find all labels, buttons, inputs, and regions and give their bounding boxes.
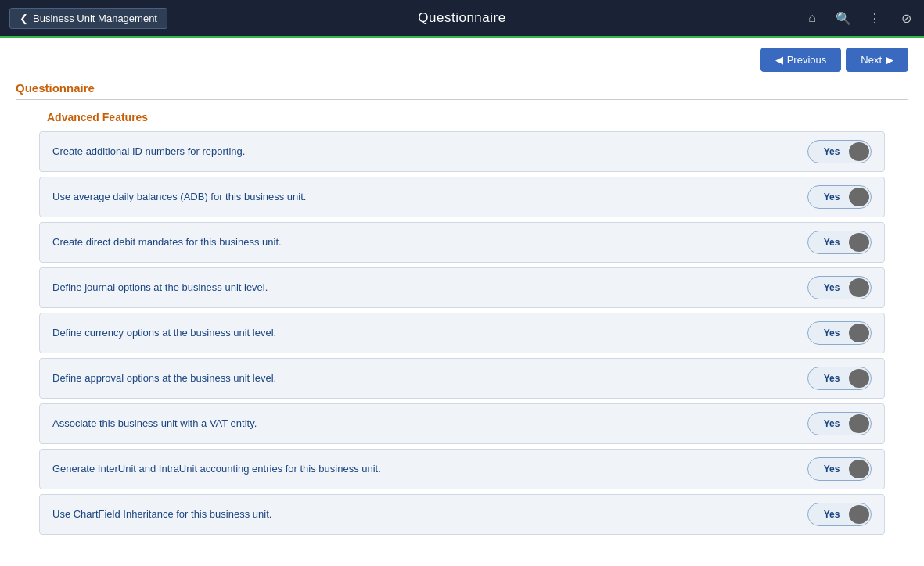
- previous-label: Previous: [787, 54, 827, 66]
- question-row: Use average daily balances (ADB) for thi…: [39, 177, 885, 217]
- toggle-label: Yes: [810, 282, 849, 293]
- more-vertical-icon[interactable]: ⋮: [866, 9, 883, 27]
- question-text: Generate InterUnit and IntraUnit account…: [52, 462, 807, 476]
- question-row: Generate InterUnit and IntraUnit account…: [39, 449, 885, 489]
- back-button[interactable]: ❮ Business Unit Management: [9, 8, 167, 29]
- next-label: Next: [861, 54, 882, 66]
- toggle-knob: [849, 233, 869, 252]
- question-text: Define currency options at the business …: [52, 326, 807, 340]
- toggle-label: Yes: [810, 373, 849, 384]
- question-row: Create additional ID numbers for reporti…: [39, 131, 885, 172]
- toggle-label: Yes: [810, 418, 849, 429]
- question-row: Use ChartField Inheritance for this busi…: [39, 494, 885, 535]
- toggle-switch[interactable]: Yes: [807, 185, 872, 209]
- question-text: Use ChartField Inheritance for this busi…: [52, 507, 807, 521]
- toggle-label: Yes: [810, 328, 849, 339]
- back-label: Business Unit Management: [33, 13, 157, 24]
- question-text: Associate this business unit with a VAT …: [52, 417, 807, 431]
- page-heading: Questionnaire: [16, 81, 908, 100]
- topbar-icons: ⌂ 🔍 ⋮ ⊘: [804, 9, 915, 27]
- home-icon[interactable]: ⌂: [804, 9, 821, 27]
- question-text: Create direct debit mandates for this bu…: [52, 235, 807, 249]
- toggle-knob: [849, 414, 869, 433]
- toggle-label: Yes: [810, 146, 849, 157]
- toggle-label: Yes: [810, 237, 849, 248]
- section-heading: Advanced Features: [47, 111, 908, 124]
- toggle-label: Yes: [810, 464, 849, 475]
- toggle-label: Yes: [810, 509, 849, 520]
- chevron-left-icon: ❮: [20, 13, 28, 24]
- nav-buttons: ◀ Previous Next ▶: [16, 48, 908, 72]
- toggle-knob: [849, 188, 869, 206]
- chevron-right-icon: ▶: [886, 54, 893, 66]
- toggle-switch[interactable]: Yes: [807, 412, 872, 435]
- toggle-knob: [849, 369, 869, 388]
- toggle-knob: [849, 505, 869, 524]
- chevron-left-icon: ◀: [775, 54, 783, 66]
- question-row: Define approval options at the business …: [39, 358, 885, 399]
- toggle-switch[interactable]: Yes: [807, 367, 872, 390]
- toggle-label: Yes: [810, 192, 849, 202]
- question-text: Define approval options at the business …: [52, 371, 807, 385]
- toggle-switch[interactable]: Yes: [807, 321, 872, 345]
- next-button[interactable]: Next ▶: [846, 48, 908, 72]
- question-row: Associate this business unit with a VAT …: [39, 403, 885, 444]
- toggle-switch[interactable]: Yes: [807, 140, 872, 163]
- toggle-knob: [849, 324, 869, 342]
- questions-container: Create additional ID numbers for reporti…: [39, 131, 885, 535]
- toggle-switch[interactable]: Yes: [807, 503, 872, 526]
- topbar: ❮ Business Unit Management Questionnaire…: [0, 0, 924, 36]
- main-content: ◀ Previous Next ▶ Questionnaire Advanced…: [0, 38, 924, 555]
- question-text: Create additional ID numbers for reporti…: [52, 145, 807, 159]
- toggle-knob: [849, 278, 869, 297]
- question-text: Define journal options at the business u…: [52, 281, 807, 295]
- question-text: Use average daily balances (ADB) for thi…: [52, 190, 807, 204]
- previous-button[interactable]: ◀ Previous: [760, 48, 842, 72]
- toggle-knob: [849, 460, 869, 478]
- toggle-switch[interactable]: Yes: [807, 231, 872, 254]
- toggle-knob: [849, 142, 869, 161]
- topbar-title: Questionnaire: [418, 10, 505, 26]
- toggle-switch[interactable]: Yes: [807, 457, 872, 481]
- question-row: Define journal options at the business u…: [39, 267, 885, 308]
- toggle-switch[interactable]: Yes: [807, 276, 872, 299]
- question-row: Create direct debit mandates for this bu…: [39, 222, 885, 263]
- search-icon[interactable]: 🔍: [835, 9, 852, 27]
- question-row: Define currency options at the business …: [39, 313, 885, 353]
- cancel-icon[interactable]: ⊘: [897, 9, 915, 27]
